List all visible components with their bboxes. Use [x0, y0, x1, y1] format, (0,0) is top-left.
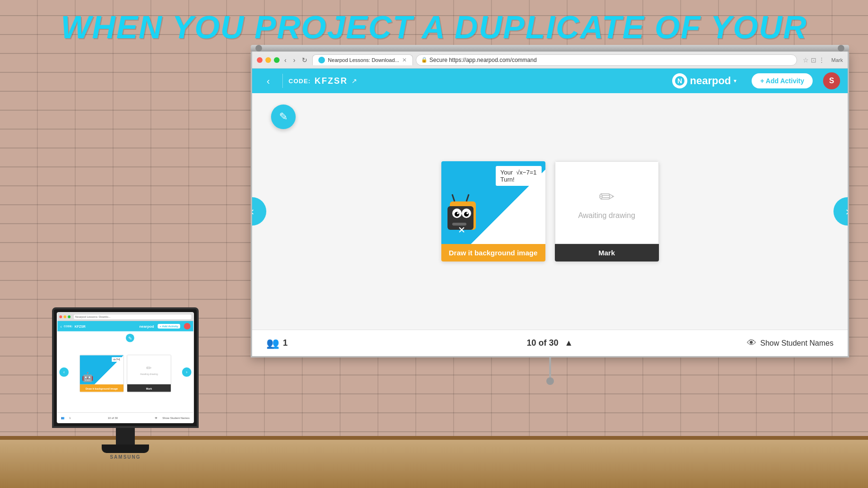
svg-text:N: N — [677, 77, 682, 85]
np-user-avatar: S — [823, 72, 840, 89]
np-app-back-btn[interactable]: ‹ — [260, 72, 277, 89]
np-add-activity-btn[interactable]: + Add Activity — [752, 73, 813, 88]
np-external-link-icon[interactable]: ↗ — [351, 77, 357, 85]
mini-card-label-orange: Draw it background image — [80, 384, 123, 392]
mini-card2-inner: ✏ Awaiting drawing — [127, 355, 171, 384]
mini-students-count: 1 — [69, 416, 70, 419]
np-tab[interactable]: Nearpod Lessons: Download... ✕ — [312, 54, 412, 65]
svg-rect-3 — [447, 206, 473, 230]
mini-code-val: KFZSR — [75, 324, 86, 328]
np-tab-close[interactable]: ✕ — [402, 57, 407, 63]
np-cards-container: Your √x−7=1Turn! — [441, 161, 659, 261]
np-show-names-btn[interactable]: 👁 Show Student Names — [651, 338, 833, 349]
np-secure-label: Secure — [430, 57, 447, 63]
mini-cards: √x-7=1 🤖 Draw it background image ✏ Awai… — [60, 355, 190, 392]
np-browser-bar: ‹ › ↻ Nearpod Lessons: Download... ✕ 🔒 S… — [252, 52, 848, 69]
np-card2-inner: ✏ Awaiting drawing — [555, 161, 659, 244]
np-lock-icon: 🔒 — [421, 57, 428, 63]
mini-add-btn: + Add Activity — [158, 324, 180, 329]
np-slide-text: 10 of 30 — [527, 338, 559, 348]
monitor-screen-inner: Nearpod Lessons: Downlo... ‹ CODE: KFZSR… — [57, 312, 194, 423]
svg-point-9 — [466, 212, 468, 214]
monitor-screen-outer: Nearpod Lessons: Downlo... ‹ CODE: KFZSR… — [52, 307, 199, 428]
mini-nav-right[interactable]: › — [182, 367, 192, 377]
mini-card-monster: 🤖 — [82, 371, 94, 383]
np-tab-title: Nearpod Lessons: Download... — [328, 57, 399, 63]
np-card-math: Your √x−7=1Turn! — [496, 166, 542, 186]
np-students-icon: 👥 — [266, 337, 279, 349]
np-students-section: 👥 1 — [266, 337, 449, 349]
mini-card-2: ✏ Awaiting drawing Mark — [127, 355, 171, 392]
np-browser: ‹ › ↻ Nearpod Lessons: Download... ✕ 🔒 S… — [252, 52, 848, 356]
mini-card-math: √x-7=1 — [112, 357, 122, 362]
mini-url-bar: Nearpod Lessons: Downlo... — [74, 314, 191, 319]
mini-card-img: √x-7=1 🤖 — [80, 355, 123, 384]
mini-nav-left[interactable]: ‹ — [59, 367, 69, 377]
np-nav-right-arrow[interactable]: › — [833, 197, 849, 226]
np-code-label: CODE: — [289, 78, 311, 85]
np-card-await: ✏ Awaiting drawing Mark — [555, 161, 659, 261]
np-tab-dot — [318, 57, 325, 63]
svg-point-8 — [457, 212, 459, 214]
monitor-stand-neck — [116, 428, 135, 444]
np-card-draw-label: Draw it background image — [441, 244, 545, 261]
np-slide-info: 10 of 30 ▲ — [458, 338, 641, 348]
np-more-icon: ⋮ — [818, 56, 825, 64]
screen-rail-dot-left — [255, 45, 262, 52]
projection-screen: ‹ › ↻ Nearpod Lessons: Download... ✕ 🔒 S… — [251, 45, 849, 357]
mini-content: ✎ √x-7=1 🤖 Draw it background image ✏ — [57, 331, 193, 412]
monitor-stand-base — [102, 444, 149, 453]
mini-pencil-fab: ✎ — [126, 334, 134, 342]
mini-footer: 👥 1 10 of 30 👁 Show Student Names — [57, 412, 193, 423]
np-bookmark-area: ☆ ⊡ ⋮ — [803, 56, 825, 64]
np-dot-green — [274, 57, 280, 63]
mini-students-icon: 👥 — [61, 416, 64, 419]
np-right-arrow-icon: › — [846, 205, 849, 218]
np-await-pencil-icon: ✏ — [599, 186, 615, 208]
np-logo-text: nearpod — [690, 75, 731, 87]
monitor: Nearpod Lessons: Downlo... ‹ CODE: KFZSR… — [52, 307, 199, 460]
np-dropdown-btn[interactable]: ▾ — [734, 78, 736, 84]
np-card-img-area: Your √x−7=1Turn! — [441, 161, 545, 244]
mini-slide-info: 10 of 30 — [75, 416, 150, 419]
svg-rect-10 — [452, 223, 466, 226]
np-nav-left-arrow[interactable]: ‹ — [251, 197, 266, 226]
np-eye-icon: 👁 — [747, 338, 756, 349]
screen-pull-handle — [546, 377, 554, 385]
mini-nearpod-ui: Nearpod Lessons: Downlo... ‹ CODE: KFZSR… — [57, 313, 193, 423]
svg-point-6 — [455, 212, 459, 217]
np-forward-nav[interactable]: › — [291, 56, 298, 64]
mini-dot-red — [59, 315, 62, 318]
np-pencil-fab[interactable]: ✎ — [271, 105, 296, 129]
np-header-divider — [282, 74, 283, 88]
np-card-monster-icon — [445, 192, 483, 240]
np-header: ‹ CODE: KFZSR ↗ N nearpod ▾ — [252, 69, 848, 93]
mini-logo: nearpod — [139, 324, 154, 328]
np-url-text: https://app.nearpod.com/command — [449, 57, 536, 63]
np-main-content: ✎ ‹ Your √x−7=1Turn! — [252, 93, 848, 330]
mini-pencil-icon: ✏ — [146, 364, 152, 372]
np-url-bar[interactable]: 🔒 Secure https://app.nearpod.com/command — [416, 54, 797, 66]
np-card2-label: Mark — [555, 244, 659, 261]
np-dot-red — [257, 57, 263, 63]
np-mark-label: Mark — [832, 57, 843, 63]
svg-point-7 — [464, 212, 469, 217]
np-back-nav[interactable]: ‹ — [282, 56, 289, 64]
np-card-draw: Your √x−7=1Turn! — [441, 161, 545, 261]
mini-await-txt: Awaiting drawing — [140, 373, 158, 375]
np-left-arrow-icon: ‹ — [251, 205, 254, 218]
mini-header: ‹ CODE: KFZSR nearpod + Add Activity — [57, 321, 193, 331]
mini-show-names: Show Student Names — [162, 416, 189, 419]
np-logo-icon: N — [672, 73, 687, 88]
np-show-names-label: Show Student Names — [760, 339, 833, 348]
svg-line-11 — [452, 194, 455, 201]
np-pencil-fab-icon: ✎ — [279, 111, 288, 123]
screen-body: ‹ › ↻ Nearpod Lessons: Download... ✕ 🔒 S… — [251, 52, 849, 357]
screen-rail-dot-right — [838, 45, 844, 52]
mini-browser-bar: Nearpod Lessons: Downlo... — [57, 313, 193, 321]
np-slide-up-arrow[interactable]: ▲ — [565, 338, 573, 348]
mini-card-label-dark: Mark — [127, 384, 171, 392]
np-await-text: Awaiting drawing — [578, 211, 635, 220]
np-refresh-nav[interactable]: ↻ — [300, 56, 309, 64]
np-cast-icon: ⊡ — [811, 56, 816, 64]
